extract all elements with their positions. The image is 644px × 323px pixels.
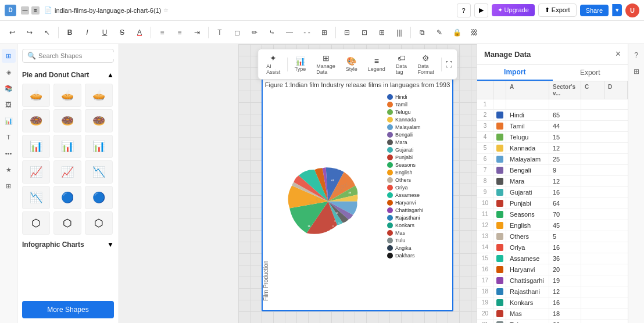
row-value[interactable]: 12 xyxy=(549,176,581,186)
row-value[interactable]: 36 xyxy=(549,253,581,264)
table-row[interactable]: 17 Chattisgarhi 19 xyxy=(477,275,628,286)
undo-button[interactable]: ↩ xyxy=(5,25,20,40)
table-row[interactable]: 4 Telugu 15 xyxy=(477,132,628,143)
row-d[interactable] xyxy=(604,242,628,253)
table-row[interactable]: 15 Assamese 36 xyxy=(477,253,628,264)
row-c[interactable] xyxy=(581,99,604,109)
star-icon[interactable]: ☆ xyxy=(163,7,169,13)
data-tag-button[interactable]: 🏷 Data tag xyxy=(392,52,411,77)
row-name[interactable]: Bengali xyxy=(506,165,549,175)
table-row[interactable]: 3 Tamil 44 xyxy=(477,121,628,132)
row-value[interactable]: 9 xyxy=(549,165,581,175)
table-row[interactable]: 1 xyxy=(477,99,628,110)
upgrade-button[interactable]: ✦ Upgrade xyxy=(492,4,535,16)
row-c[interactable] xyxy=(581,320,604,323)
row-d[interactable] xyxy=(604,165,628,175)
link-button[interactable]: ⛓ xyxy=(467,25,482,40)
table-row[interactable]: 14 Oriya 16 xyxy=(477,242,628,253)
help-button[interactable]: ? xyxy=(457,3,471,17)
row-c[interactable] xyxy=(581,110,604,120)
row-c[interactable] xyxy=(581,286,604,297)
table-row[interactable]: 8 Mara 12 xyxy=(477,176,628,187)
graphs-icon[interactable]: 📊 xyxy=(2,114,16,128)
line-dash-button[interactable]: - - xyxy=(299,25,314,40)
search-input[interactable] xyxy=(38,52,119,59)
right-icon-1[interactable]: ? xyxy=(630,49,643,62)
row-d[interactable] xyxy=(604,209,628,220)
templates-icon[interactable]: ⊞ xyxy=(2,49,16,63)
row-name[interactable]: Telugu xyxy=(506,132,549,142)
indent-button[interactable]: ⇥ xyxy=(189,25,205,40)
row-d[interactable] xyxy=(604,154,628,164)
row-d[interactable] xyxy=(604,231,628,242)
row-name[interactable]: Malayalam xyxy=(506,154,549,164)
row-c[interactable] xyxy=(581,143,604,153)
table-button[interactable]: ⊞ xyxy=(317,25,332,40)
row-value[interactable]: 12 xyxy=(549,143,581,153)
edit-button[interactable]: ✎ xyxy=(432,25,447,40)
table-row[interactable]: 2 Hindi 65 xyxy=(477,110,628,121)
chart-thumb-1[interactable]: 🥧 xyxy=(22,84,50,107)
chart-thumb-8[interactable]: 📊 xyxy=(53,135,81,158)
table-row[interactable]: 20 Mas 18 xyxy=(477,308,628,320)
export-button[interactable]: ⬆ Export xyxy=(538,3,577,17)
container-button[interactable]: ⊡ xyxy=(357,25,372,40)
table-row[interactable]: 18 Rajasthani 12 xyxy=(477,286,628,297)
table-row[interactable]: 9 Gujarati 16 xyxy=(477,187,628,198)
infographic-section-header[interactable]: Infographic Charts ▼ xyxy=(17,237,119,251)
row-name[interactable]: Tulu xyxy=(506,320,549,323)
table-row[interactable]: 6 Malayalam 25 xyxy=(477,154,628,165)
row-name[interactable]: Punjabi xyxy=(506,198,549,209)
grid-button[interactable]: ⊟ xyxy=(339,25,355,40)
line-style-button[interactable]: — xyxy=(282,25,297,40)
row-name[interactable] xyxy=(506,99,549,109)
row-value[interactable]: 26 xyxy=(549,320,581,323)
table-row[interactable]: 10 Punjabi 64 xyxy=(477,198,628,209)
row-value[interactable]: 45 xyxy=(549,220,581,231)
row-name[interactable]: Oriya xyxy=(506,242,549,253)
row-d[interactable] xyxy=(604,275,628,286)
columns-button[interactable]: ||| xyxy=(392,25,407,40)
row-value[interactable]: 16 xyxy=(549,242,581,253)
row-d[interactable] xyxy=(604,220,628,231)
user-avatar[interactable]: U xyxy=(625,3,639,17)
font-color-button[interactable]: A xyxy=(132,25,147,40)
strikethrough-button[interactable]: S xyxy=(115,25,130,40)
row-d[interactable] xyxy=(604,187,628,198)
pen-button[interactable]: ✏ xyxy=(247,25,262,40)
table-row[interactable]: 19 Konkars 16 xyxy=(477,297,628,308)
lock-button[interactable]: 🔒 xyxy=(449,25,464,40)
row-name[interactable]: Assamese xyxy=(506,253,549,264)
bold-button[interactable]: B xyxy=(62,25,77,40)
connector-button[interactable]: ⤷ xyxy=(264,25,280,40)
chart-thumb-4[interactable]: 🍩 xyxy=(22,109,50,132)
row-d[interactable] xyxy=(604,297,628,308)
run-button[interactable]: ▶ xyxy=(474,3,488,17)
row-d[interactable] xyxy=(604,121,628,131)
row-name[interactable]: Tamil xyxy=(506,121,549,131)
row-value[interactable]: 20 xyxy=(549,264,581,275)
section-header[interactable]: Pie and Donut Chart ▲ xyxy=(17,67,119,81)
row-value[interactable]: 64 xyxy=(549,198,581,209)
arrange-button[interactable]: ⧉ xyxy=(414,25,430,40)
redo-button[interactable]: ↪ xyxy=(22,25,37,40)
row-c[interactable] xyxy=(581,121,604,131)
italic-button[interactable]: I xyxy=(80,25,95,40)
row-c[interactable] xyxy=(581,308,604,319)
shape-button[interactable]: ◻ xyxy=(230,25,245,40)
row-c[interactable] xyxy=(581,165,604,175)
chart-thumb-11[interactable]: 📈 xyxy=(53,160,81,184)
row-value[interactable]: 16 xyxy=(549,187,581,198)
row-d[interactable] xyxy=(604,176,628,186)
row-d[interactable] xyxy=(604,320,628,323)
table-row[interactable]: 12 English 45 xyxy=(477,220,628,231)
more-shapes-button[interactable]: More Shapes xyxy=(22,301,114,318)
row-value[interactable]: 70 xyxy=(549,209,581,220)
row-value[interactable]: 5 xyxy=(549,231,581,242)
chart-thumb-2[interactable]: 🥧 xyxy=(53,84,81,107)
expand-link-icon[interactable]: ⛶ xyxy=(445,60,452,69)
row-d[interactable] xyxy=(604,286,628,297)
chart-thumb-16[interactable]: ⬡ xyxy=(22,211,50,235)
row-c[interactable] xyxy=(581,220,604,231)
ai-assist-button[interactable]: ✦ AI Assist xyxy=(263,52,284,77)
